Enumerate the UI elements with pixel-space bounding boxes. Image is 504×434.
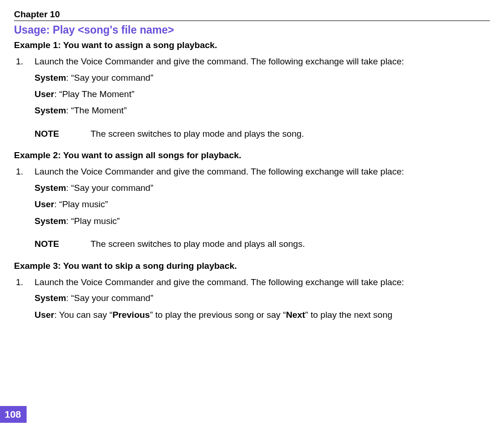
example-2-dialogue-3: System: “Play music” [35,214,490,228]
step-number: 1. [14,55,35,68]
example-2-dialogue-1: System: “Say your command” [35,181,490,195]
step-text: Launch the Voice Commander and give the … [35,165,490,178]
example-1-title: Example 1: You want to assign a song pla… [14,40,490,50]
example-3-step: 1. Launch the Voice Commander and give t… [14,276,490,289]
example-2-step: 1. Launch the Voice Commander and give t… [14,165,490,178]
dialogue-text: : “Play music” [66,216,120,226]
speaker-label: System [35,73,66,83]
speaker-label: System [35,293,66,303]
speaker-label: System [35,105,66,115]
dialogue-text: : “Play The Moment” [54,89,134,99]
example-1-dialogue-1: System: “Say your command” [35,71,490,84]
example-2-dialogue-2: User: “Play music” [35,197,490,211]
dialogue-text: : “Say your command” [66,293,154,303]
example-3-dialogue-1: System: “Say your command” [35,291,490,305]
next-keyword: Next [286,310,305,320]
page-number: 108 [0,406,27,423]
example-1-step: 1. Launch the Voice Commander and give t… [14,55,490,68]
section-title: Usage: Play <song's file name> [14,24,490,36]
example-1-note: NOTE The screen switches to play mode an… [35,128,490,140]
step-number: 1. [14,276,35,289]
speaker-label: User [35,89,54,99]
previous-keyword: Previous [112,310,150,320]
example-1-dialogue-3: System: “The Moment” [35,104,490,117]
note-label: NOTE [35,238,91,251]
dialogue-text-suffix: ” to play the next song [305,310,392,320]
dialogue-text-mid: ” to play the previous song or say “ [150,310,286,320]
document-page: Chapter 10 Usage: Play <song's file name… [0,0,504,434]
dialogue-text: : “Play music” [54,199,108,209]
note-label: NOTE [35,128,91,140]
speaker-label: User [35,199,54,209]
dialogue-text-prefix: : You can say “ [54,310,112,320]
dialogue-text: : “The Moment” [66,105,127,115]
dialogue-text: : “Say your command” [66,73,154,83]
example-2-note: NOTE The screen switches to play mode an… [35,238,490,251]
note-text: The screen switches to play mode and pla… [91,238,490,251]
dialogue-text: : “Say your command” [66,183,154,193]
note-text: The screen switches to play mode and pla… [91,128,490,140]
example-3-title: Example 3: You want to skip a song durin… [14,261,490,271]
chapter-header: Chapter 10 [14,9,490,21]
speaker-label: System [35,216,66,226]
step-text: Launch the Voice Commander and give the … [35,276,490,289]
step-number: 1. [14,165,35,178]
example-1-dialogue-2: User: “Play The Moment” [35,87,490,101]
speaker-label: System [35,183,66,193]
example-2-title: Example 2: You want to assign all songs … [14,150,490,161]
step-text: Launch the Voice Commander and give the … [35,55,490,68]
speaker-label: User [35,310,54,320]
example-3-dialogue-2: User: You can say “Previous” to play the… [35,308,490,322]
